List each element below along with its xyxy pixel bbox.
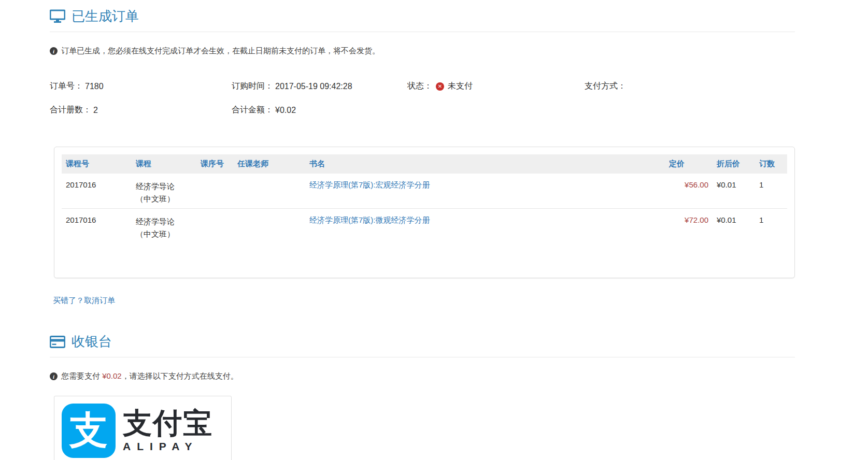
cell-course-no: 2017016 [62, 174, 132, 209]
payment-method: 支付方式： [585, 81, 795, 92]
order-number-label: 订单号： [50, 81, 83, 92]
cell-course-no: 2017016 [62, 209, 132, 244]
total-count: 合计册数：2 [50, 105, 232, 116]
order-notice-text: 订单已生成，您必须在线支付完成订单才会生效，在截止日期前未支付的订单，将不会发货… [61, 46, 380, 56]
header-discount-price: 折后价 [713, 154, 755, 174]
circle-x-icon: ✕ [436, 82, 444, 91]
total-count-label: 合计册数： [50, 105, 91, 116]
checkout-notice-text: 您需要支付 ¥0.02，请选择以下支付方式在线支付。 [61, 371, 238, 381]
header-qty: 订数 [755, 154, 787, 174]
order-items-card: 课程号 课程 课序号 任课老师 书名 定价 折后价 订数 2017016 [54, 147, 795, 278]
checkout-section-divider [50, 357, 795, 357]
order-time-value: 2017-05-19 09:42:28 [275, 82, 352, 91]
credit-card-icon [50, 336, 65, 348]
total-count-value: 2 [93, 106, 98, 115]
cell-teacher [233, 209, 305, 244]
order-meta: 订单号：7180 订购时间：2017-05-19 09:42:28 状态： ✕ … [50, 81, 795, 116]
amount-due: ¥0.02 [102, 371, 122, 380]
cell-class-no [196, 174, 233, 209]
alipay-pay-button[interactable]: 支 支付宝 ALIPAY [54, 396, 232, 460]
order-number-value: 7180 [85, 82, 104, 91]
order-status-label: 状态： [407, 81, 432, 92]
cancel-order-link[interactable]: 买错了？取消订单 [53, 296, 115, 306]
cell-teacher [233, 174, 305, 209]
order-section-divider [50, 32, 795, 32]
header-teacher: 任课老师 [233, 154, 305, 174]
cell-discount-price: ¥0.01 [713, 209, 755, 244]
checkout-notice: i 您需要支付 ¥0.02，请选择以下支付方式在线支付。 [50, 371, 795, 381]
header-price: 定价 [665, 154, 713, 174]
total-amount: 合计金额：¥0.02 [232, 105, 407, 116]
checkout-section-title: 收银台 [72, 333, 112, 351]
order-notice: i 订单已生成，您必须在线支付完成订单才会生效，在截止日期前未支付的订单，将不会… [50, 46, 795, 56]
checkout-section: 收银台 i 您需要支付 ¥0.02，请选择以下支付方式在线支付。 支 支付宝 A… [50, 333, 795, 460]
cell-course: 经济学导论 （中文班） [132, 174, 196, 209]
book-link[interactable]: 经济学原理(第7版):宏观经济学分册 [309, 180, 430, 189]
order-time-label: 订购时间： [232, 81, 273, 92]
table-row: 2017016 经济学导论 （中文班） 经济学原理(第7版):宏观经济学分册 ¥… [62, 174, 787, 209]
alipay-cn-label: 支付宝 [123, 408, 213, 439]
order-time: 订购时间：2017-05-19 09:42:28 [232, 81, 407, 92]
order-section-title: 已生成订单 [72, 7, 139, 25]
cell-discount-price: ¥0.01 [713, 174, 755, 209]
book-link[interactable]: 经济学原理(第7版):微观经济学分册 [309, 215, 430, 224]
header-class-no: 课序号 [196, 154, 233, 174]
checkout-section-header: 收银台 [50, 333, 795, 351]
cell-course: 经济学导论 （中文班） [132, 209, 196, 244]
cell-book: 经济学原理(第7版):宏观经济学分册 [305, 174, 665, 209]
cell-qty: 1 [755, 209, 787, 244]
table-header-row: 课程号 课程 课序号 任课老师 书名 定价 折后价 订数 [62, 154, 787, 174]
order-section: 已生成订单 i 订单已生成，您必须在线支付完成订单才会生效，在截止日期前未支付的… [50, 7, 795, 306]
alipay-en-label: ALIPAY [123, 440, 198, 453]
table-row: 2017016 经济学导论 （中文班） 经济学原理(第7版):微观经济学分册 ¥… [62, 209, 787, 244]
total-amount-value: ¥0.02 [275, 106, 296, 115]
header-course: 课程 [132, 154, 196, 174]
cell-price: ¥72.00 [665, 209, 713, 244]
monitor-icon [50, 9, 65, 24]
cell-class-no [196, 209, 233, 244]
total-amount-label: 合计金额： [232, 105, 273, 116]
cell-book: 经济学原理(第7版):微观经济学分册 [305, 209, 665, 244]
cell-price: ¥56.00 [665, 174, 713, 209]
alipay-wordmark: 支付宝 ALIPAY [123, 408, 213, 453]
order-section-header: 已生成订单 [50, 7, 795, 25]
info-circle-icon: i [50, 372, 58, 380]
order-items-table: 课程号 课程 课序号 任课老师 书名 定价 折后价 订数 2017016 [62, 154, 787, 243]
info-circle-icon: i [50, 47, 58, 55]
order-number: 订单号：7180 [50, 81, 232, 92]
cell-qty: 1 [755, 174, 787, 209]
order-status: 状态： ✕ 未支付 [407, 81, 585, 92]
header-course-no: 课程号 [62, 154, 132, 174]
page-content: 已生成订单 i 订单已生成，您必须在线支付完成订单才会生效，在截止日期前未支付的… [0, 0, 868, 460]
payment-method-label: 支付方式： [585, 81, 626, 92]
order-status-value: 未支付 [448, 81, 473, 92]
alipay-logo-icon: 支 [62, 404, 116, 458]
header-book: 书名 [305, 154, 665, 174]
